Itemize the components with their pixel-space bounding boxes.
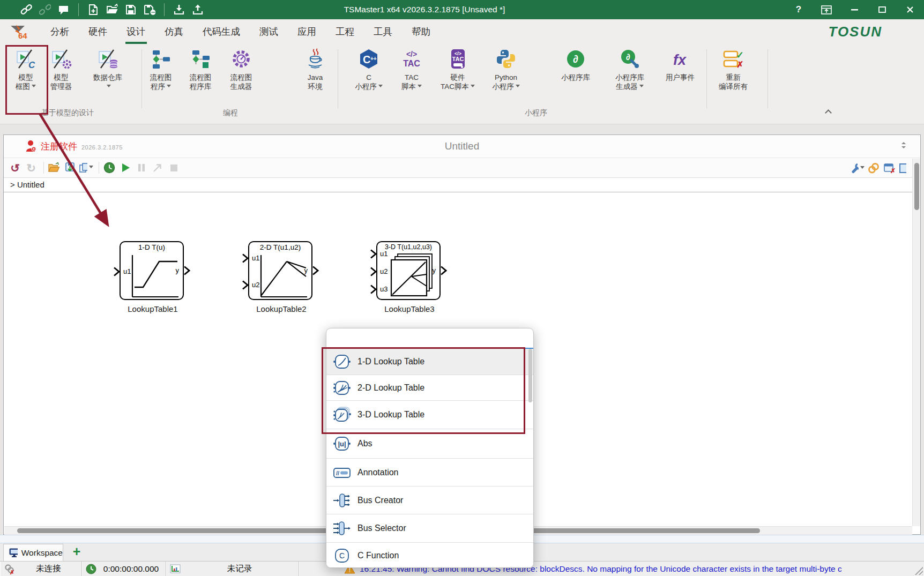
input-port[interactable]	[370, 267, 377, 276]
tab-test[interactable]: 测试	[250, 19, 288, 44]
redo-button[interactable]: ↻	[24, 161, 38, 174]
dropdown-caret	[418, 85, 422, 89]
dropdown-caret	[860, 166, 865, 171]
minimize-button[interactable]	[840, 0, 868, 19]
lookup-1d-graph	[125, 253, 181, 299]
tab-application[interactable]: 应用	[288, 19, 326, 44]
recompile-all-button[interactable]: ✓✗ 重新 编译所有	[710, 48, 757, 91]
menu-item-c-function[interactable]: C C Function	[326, 542, 533, 568]
annotation-icon: //	[332, 463, 352, 482]
output-port-label: y	[176, 266, 180, 274]
tab-hardware[interactable]: 硬件	[79, 19, 117, 44]
input-port[interactable]	[242, 280, 249, 290]
applet-library-icon: ∂	[553, 48, 598, 73]
data-warehouse-icon	[86, 48, 130, 73]
applet-library-button[interactable]: ∂ 小程序库	[553, 48, 598, 82]
add-workspace-button[interactable]: +	[69, 543, 85, 560]
canvas-vscrollbar[interactable]	[912, 159, 920, 526]
flowchart-program-button[interactable]: 流程图 程序	[143, 48, 179, 91]
help-button[interactable]: ?	[785, 0, 813, 19]
lookup-3d-graph	[382, 253, 437, 299]
output-port[interactable]	[312, 266, 319, 275]
maximize-button[interactable]	[868, 0, 896, 19]
input-port[interactable]	[113, 267, 120, 276]
applet-library-generator-button[interactable]: ∂ 小程序库 生成器	[603, 48, 656, 91]
tab-project[interactable]: 工程	[326, 19, 364, 44]
tab-codegen[interactable]: 代码生成	[193, 19, 250, 44]
block-lookuptable1[interactable]: 1-D T(u) u1 y LookupTable1	[120, 241, 184, 300]
data-warehouse-button[interactable]: 数据仓库	[86, 48, 130, 91]
hardware-tac-button[interactable]: </>TAC 硬件 TAC脚本	[432, 48, 483, 91]
flowchart-generator-button[interactable]: 流程图 生成器	[222, 48, 260, 91]
model-manager-icon	[43, 48, 79, 73]
schedule-button[interactable]	[102, 161, 116, 174]
svg-text:✓: ✓	[736, 50, 744, 61]
menu-item-1d-lookup-table[interactable]: 1-D Lookup Table	[326, 349, 533, 375]
ribbon-collapse-button[interactable]	[824, 109, 832, 115]
input-port[interactable]	[370, 285, 377, 294]
workspace-tab[interactable]: Workspace	[3, 544, 63, 561]
menu-item-abs[interactable]: |u| Abs	[326, 429, 533, 458]
stop-button[interactable]	[167, 161, 181, 174]
input-port[interactable]	[242, 253, 249, 263]
settings-wrench-button[interactable]	[851, 162, 865, 175]
menu-scrollbar[interactable]	[528, 349, 532, 402]
applet-library-generator-icon: ∂	[603, 48, 656, 73]
c-applet-button[interactable]: C++ C 小程序	[346, 48, 391, 91]
input-port-label: u1	[252, 254, 259, 262]
dock-panel-button[interactable]	[813, 0, 840, 19]
paste-button[interactable]	[899, 162, 906, 175]
ribbon: C 模型 框图 模型 管理器 数据仓库 流程图 程序 流程图 程序库 流程图 生…	[0, 44, 924, 124]
tab-analysis[interactable]: 分析	[41, 19, 79, 44]
bus-selector-icon	[332, 519, 352, 538]
output-port[interactable]	[440, 266, 447, 275]
menu-item-2d-lookup-table[interactable]: 2-D Lookup Table	[326, 375, 533, 400]
fx-icon: fx	[657, 48, 703, 73]
flowchart-library-button[interactable]: 流程图 程序库	[182, 48, 219, 91]
close-window-button[interactable]: ✗	[883, 162, 897, 175]
svg-text:C: C	[363, 54, 370, 65]
menu-item-annotation[interactable]: // Annotation	[326, 458, 533, 486]
tab-simulation[interactable]: 仿真	[155, 19, 193, 44]
save-model-button[interactable]	[63, 161, 77, 174]
input-port-label: u2	[252, 281, 259, 289]
open-model-button[interactable]	[47, 161, 61, 174]
user-events-button[interactable]: fx 用户事件	[657, 48, 703, 82]
tab-help[interactable]: 帮助	[402, 19, 440, 44]
ribbon-separator	[706, 49, 707, 108]
model-manager-button[interactable]: 模型 管理器	[43, 48, 79, 91]
tsmaster-logo: 64	[9, 23, 33, 43]
breadcrumb[interactable]: > Untitled	[4, 178, 920, 192]
document-title: Untitled	[4, 140, 920, 152]
input-port[interactable]	[370, 249, 377, 259]
lookup-2d-icon	[332, 378, 352, 398]
menu-item-3d-lookup-table[interactable]: 3-D Lookup Table	[326, 400, 533, 429]
popout-button[interactable]	[151, 161, 165, 174]
block-lookuptable2[interactable]: 2-D T(u1,u2) u1 u2 y LookupTable2	[248, 241, 312, 300]
link-mapping-button[interactable]	[867, 162, 881, 175]
copy-dropdown-button[interactable]	[79, 161, 93, 174]
output-port[interactable]	[183, 266, 190, 275]
model-diagram-button[interactable]: C 模型 框图	[8, 48, 44, 91]
ribbon-separator	[141, 49, 142, 108]
menu-item-bus-selector[interactable]: Bus Selector	[326, 514, 533, 542]
group-label-applet: 小程序	[525, 108, 547, 118]
menu-item-bus-creator[interactable]: Bus Creator	[326, 486, 533, 514]
java-icon	[298, 48, 332, 73]
svg-text:TAC: TAC	[403, 59, 420, 68]
pause-button[interactable]	[135, 161, 148, 174]
lookup-3d-icon	[332, 405, 352, 424]
panel-expander-icon[interactable]	[899, 141, 908, 151]
undo-button[interactable]: ↺	[8, 161, 22, 174]
vscrollbar-thumb[interactable]	[914, 163, 919, 210]
block-lookuptable3[interactable]: 3-D T(u1,u2,u3) u1 u2 u3 y LookupTable3	[376, 241, 441, 300]
tab-tools[interactable]: 工具	[364, 19, 402, 44]
python-applet-button[interactable]: Python 小程序	[483, 48, 528, 91]
tac-script-button[interactable]: </>TAC TAC 脚本	[392, 48, 431, 91]
window-title: TSMaster1 x64 v2026.3.2.1875 [Unsaved *]	[0, 5, 849, 14]
java-env-button[interactable]: Java 环境	[298, 48, 332, 91]
tab-design[interactable]: 设计	[117, 19, 155, 44]
close-button[interactable]	[896, 0, 924, 19]
dropdown-caret	[32, 85, 36, 89]
run-button[interactable]	[118, 161, 132, 174]
